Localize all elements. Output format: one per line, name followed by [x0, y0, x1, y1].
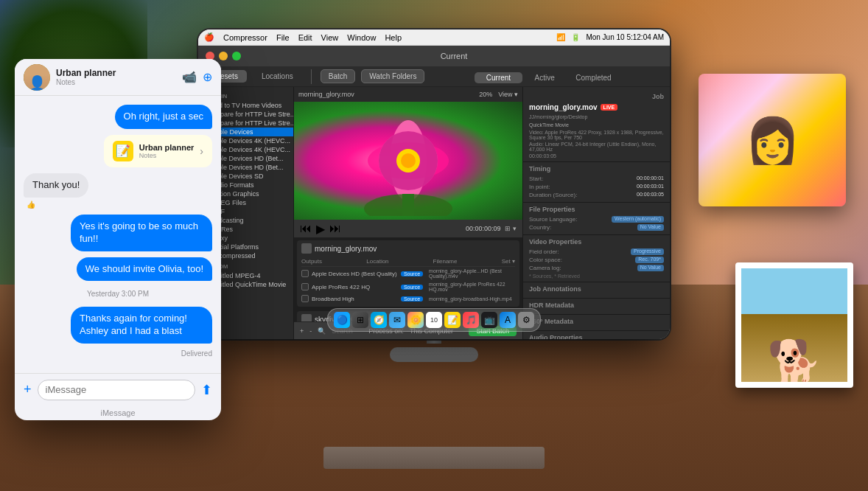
- dock-icon-photos[interactable]: 🌼: [407, 312, 424, 328]
- batch-output-row-0-2: Broadband High Source morning_glory-broa…: [301, 293, 515, 304]
- macos-screen: 🍎 Compressor File Edit View Window Help …: [198, 29, 670, 339]
- video-zoom-control[interactable]: ⊞ ▾: [505, 225, 517, 232]
- notes-widget-icon: 📝: [113, 141, 133, 161]
- batch-job-0: morning_glory.mov Outputs Location Filen…: [297, 240, 519, 307]
- source-language-value[interactable]: Western (automatic): [612, 216, 664, 223]
- output-filename-0-1: morning_glory-Apple ProRes 422 HQ.mov: [429, 282, 515, 292]
- dock-icon-tv[interactable]: 📺: [481, 312, 497, 328]
- imessage-panel: 👤 Urban planner Notes 📹 ⊕ Oh right, just…: [15, 59, 221, 420]
- play-icon[interactable]: ▶: [316, 222, 325, 236]
- dock-icon-launchpad[interactable]: ⊞: [352, 312, 368, 328]
- output-checkbox-2[interactable]: [301, 295, 309, 302]
- job-filename: morning_glory.mov LIVE: [529, 103, 664, 111]
- video-controls-bar: ⏮ ▶ ⏭ 00:00:00:09 ⊞ ▾: [294, 220, 522, 237]
- dock-icon-appstore[interactable]: A: [500, 312, 516, 328]
- field-order-row: Field order: Progressive: [529, 248, 664, 256]
- imessage-body[interactable]: Oh right, just a sec 📝 Urban planner Not…: [15, 96, 221, 373]
- output-checkbox-0[interactable]: [301, 270, 309, 277]
- batch-job-header-0: morning_glory.mov: [301, 243, 515, 254]
- video-call-icon[interactable]: 📹: [182, 70, 197, 84]
- sources-note: * Sources, * Retrieved: [529, 274, 664, 279]
- 360-title: 360° Metadata: [529, 318, 664, 325]
- video-filename: morning_glory.mov: [298, 91, 354, 98]
- contact-sub: Notes: [56, 78, 176, 86]
- rewind-icon[interactable]: ⏮: [300, 222, 312, 235]
- video-timecode: 00:00:00:09: [466, 225, 501, 232]
- job-audio-info: Audio: Linear PCM, 24-bit Integer (Littl…: [529, 142, 664, 152]
- field-order-value[interactable]: Progressive: [631, 248, 664, 255]
- source-language-label: Source Language:: [529, 216, 577, 223]
- add-button[interactable]: +: [300, 327, 304, 335]
- menu-window[interactable]: Window: [347, 33, 376, 42]
- menu-file[interactable]: File: [276, 33, 290, 42]
- send-icon[interactable]: ⬆: [201, 382, 212, 398]
- dock-icon-safari[interactable]: 🧭: [371, 312, 387, 328]
- dock-icon-settings[interactable]: ⚙: [518, 312, 534, 328]
- sidebar-item-label: Prepare for HTTP Live Stre...: [210, 111, 293, 118]
- camera-log-value[interactable]: No Value: [637, 265, 664, 271]
- duration-value: 00:00:03:05: [637, 192, 664, 198]
- notes-subtitle: Notes: [139, 152, 195, 159]
- maximize-button[interactable]: [232, 52, 241, 60]
- dock-icon-mail[interactable]: ✉: [389, 312, 405, 328]
- menu-help[interactable]: Help: [385, 33, 402, 42]
- more-options-icon[interactable]: ⊕: [203, 70, 212, 84]
- apple-menu-icon[interactable]: 🍎: [204, 32, 214, 42]
- menu-view[interactable]: View: [321, 33, 339, 42]
- msg-bubble-olivia: We should invite Olivia, too!: [77, 257, 212, 282]
- dock-icon-finder[interactable]: 🔵: [334, 312, 350, 328]
- svg-point-6: [401, 153, 416, 168]
- job-path: JJ/morning/glorp/Desktop: [529, 114, 664, 119]
- wifi-icon: 📶: [556, 33, 565, 41]
- batch-outputs-header-0: Outputs Location Filename Set ▾: [301, 257, 515, 267]
- view-dropdown[interactable]: View ▾: [498, 91, 518, 98]
- 360-metadata-section: 360° Metadata: [523, 315, 670, 331]
- job-annotations-section: Job Annotations: [523, 282, 670, 299]
- output-filename-0-0: morning_glory-Apple...HD (Best Quality).…: [429, 268, 515, 279]
- flower-svg: [342, 105, 475, 216]
- right-panel: Job morning_glory.mov LIVE JJ/morning/gl…: [522, 87, 670, 339]
- output-location-0-2: Source: [401, 296, 423, 302]
- notes-title: Urban planner: [139, 143, 195, 152]
- dock-icon-music[interactable]: 🎵: [463, 312, 479, 328]
- tab-current[interactable]: Current: [475, 72, 522, 83]
- minimize-button[interactable]: [219, 52, 228, 60]
- sidebar-item-label: Prepare for HTTP Live Stre...: [210, 119, 293, 127]
- menubar-right: 📶 🔋 Mon Jun 10 5:12:04 AM: [556, 33, 664, 41]
- menu-edit[interactable]: Edit: [298, 33, 312, 42]
- remove-button[interactable]: -: [309, 327, 312, 335]
- add-icon[interactable]: +: [24, 382, 32, 397]
- location-label: Location: [366, 258, 388, 265]
- video-preview: [294, 102, 522, 220]
- sidebar-item-label: Untitled QuickTime Movie: [211, 281, 286, 288]
- imessage-input[interactable]: [38, 380, 195, 400]
- camera-log-label: Camera log:: [529, 265, 561, 271]
- dock-icon-notes[interactable]: 📝: [444, 312, 461, 328]
- location-filename-labels: Location Filename: [366, 258, 457, 265]
- country-row: Country: No Value: [529, 223, 664, 231]
- tab-completed[interactable]: Completed: [567, 72, 620, 83]
- dog-photo-image: 🐕: [741, 268, 847, 382]
- btn-watch-folders[interactable]: Watch Folders: [361, 69, 424, 83]
- fast-forward-icon[interactable]: ⏭: [329, 222, 341, 235]
- btn-batch[interactable]: Batch: [321, 69, 356, 83]
- tab-active[interactable]: Active: [526, 72, 564, 83]
- set-label[interactable]: Set ▾: [502, 258, 515, 265]
- country-value[interactable]: No Value: [637, 224, 664, 231]
- in-label: In point:: [529, 184, 550, 190]
- app-name[interactable]: Compressor: [223, 33, 267, 42]
- batch-output-row-0-0: Apple Devices HD (Best Quality) Source m…: [301, 267, 515, 280]
- tab-locations[interactable]: Locations: [253, 70, 302, 83]
- output-checkbox-1[interactable]: [301, 283, 309, 290]
- audio-properties-section: Audio Properties Downmix Audio: Stereo N…: [523, 331, 670, 339]
- contact-name: Urban planner: [56, 68, 176, 78]
- dock-icon-calendar[interactable]: 10: [426, 312, 442, 328]
- color-space-value[interactable]: Rec. 709*: [635, 257, 664, 263]
- sidebar-item-label: Apple Devices 4K (HEVC...: [210, 146, 290, 153]
- live-badge: LIVE: [601, 104, 618, 111]
- notes-expand-icon[interactable]: ›: [200, 145, 203, 157]
- search-icon: 🔍: [318, 327, 326, 335]
- output-name-0-2: Broadband High: [312, 296, 398, 302]
- sidebar-item-label: Add to TV Home Videos: [211, 102, 281, 109]
- main-content: BUILT IN ▶ Add to TV Home Videos ▶ Prepa…: [198, 87, 670, 339]
